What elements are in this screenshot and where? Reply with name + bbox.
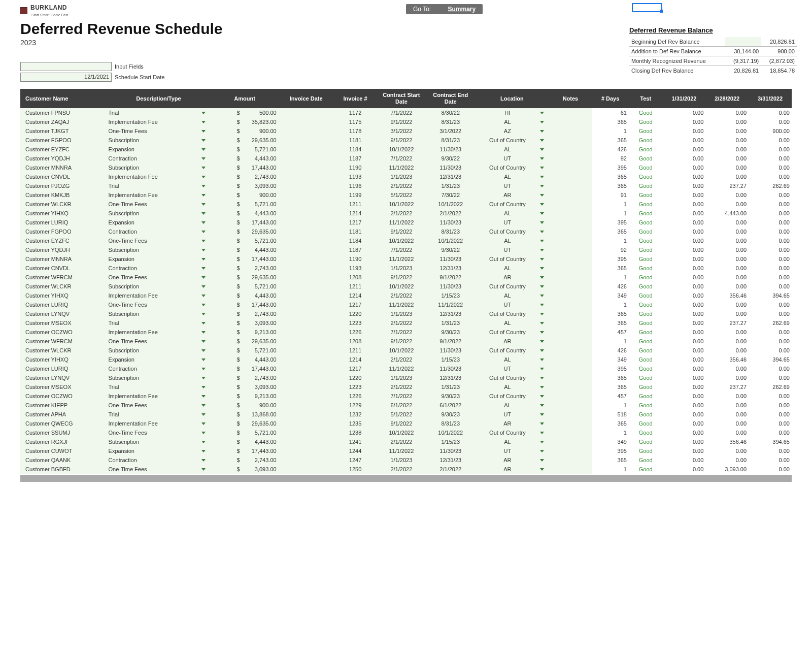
chevron-down-icon[interactable] — [201, 203, 206, 206]
chevron-down-icon[interactable] — [201, 121, 206, 123]
chevron-down-icon[interactable] — [201, 395, 206, 398]
cell-desc[interactable]: One-Time Fees — [107, 126, 211, 136]
chevron-down-icon[interactable] — [540, 167, 544, 169]
chevron-down-icon[interactable] — [540, 468, 544, 471]
chevron-down-icon[interactable] — [540, 221, 544, 224]
table-row[interactable]: Customer YQDJHSubscription$4,443.0011877… — [20, 245, 792, 254]
cell-location[interactable]: AR — [475, 337, 549, 346]
cell-location[interactable]: Out of Country — [475, 254, 549, 264]
cell-desc[interactable]: Trial — [107, 318, 211, 328]
schedule-start-date-input[interactable]: 12/1/2021 — [20, 73, 112, 82]
cell-location[interactable]: UT — [475, 154, 549, 163]
table-row[interactable]: Customer YIHXQImplementation Fee$4,443.0… — [20, 291, 792, 300]
cell-desc[interactable]: Implementation Fee — [107, 190, 211, 200]
table-row[interactable]: Customer WLCKRSubscription$5,721.0012111… — [20, 346, 792, 355]
cell-location[interactable]: AL — [475, 236, 549, 245]
table-row[interactable]: Customer WFRCMOne-Time Fees$29,635.00120… — [20, 337, 792, 346]
cell-location[interactable]: AL — [475, 145, 549, 154]
summary-link[interactable]: Summary — [448, 6, 476, 13]
cell-location[interactable]: AL — [475, 291, 549, 300]
chevron-down-icon[interactable] — [201, 368, 206, 370]
table-row[interactable]: Customer APHATrial$13,868.0012325/1/2022… — [20, 410, 792, 419]
cell-desc[interactable]: Expansion — [107, 218, 211, 227]
cell-desc[interactable]: Implementation Fee — [107, 419, 211, 428]
chevron-down-icon[interactable] — [201, 358, 206, 361]
table-row[interactable]: Customer FPNSUTrial$500.0011727/1/20228/… — [20, 108, 792, 117]
chevron-down-icon[interactable] — [201, 459, 206, 462]
chevron-down-icon[interactable] — [201, 139, 206, 142]
table-row[interactable]: Customer LURIQExpansion$17,443.00121711/… — [20, 218, 792, 227]
selected-cell-indicator[interactable] — [632, 3, 662, 12]
scrollbar-horizontal[interactable] — [20, 475, 792, 482]
cell-location[interactable]: AL — [475, 318, 549, 328]
chevron-down-icon[interactable] — [540, 112, 544, 114]
chevron-down-icon[interactable] — [201, 468, 206, 471]
cell-desc[interactable]: One-Time Fees — [107, 428, 211, 437]
chevron-down-icon[interactable] — [201, 185, 206, 187]
chevron-down-icon[interactable] — [201, 285, 206, 288]
table-row[interactable]: Customer WLCKROne-Time Fees$5,721.001211… — [20, 200, 792, 209]
table-row[interactable]: Customer EYZFCOne-Time Fees$5,721.001184… — [20, 236, 792, 245]
chevron-down-icon[interactable] — [201, 450, 206, 452]
chevron-down-icon[interactable] — [201, 249, 206, 251]
chevron-down-icon[interactable] — [201, 231, 206, 233]
chevron-down-icon[interactable] — [201, 258, 206, 260]
chevron-down-icon[interactable] — [540, 313, 544, 315]
chevron-down-icon[interactable] — [540, 249, 544, 251]
table-row[interactable]: Customer LURIQOne-Time Fees$17,443.00121… — [20, 300, 792, 309]
chevron-down-icon[interactable] — [540, 276, 544, 279]
chevron-down-icon[interactable] — [201, 112, 206, 114]
chevron-down-icon[interactable] — [540, 404, 544, 407]
chevron-down-icon[interactable] — [540, 450, 544, 452]
table-row[interactable]: Customer WLCKRSubscription$5,721.0012111… — [20, 282, 792, 291]
chevron-down-icon[interactable] — [540, 121, 544, 123]
chevron-down-icon[interactable] — [201, 267, 206, 270]
chevron-down-icon[interactable] — [540, 148, 544, 151]
cell-desc[interactable]: One-Time Fees — [107, 401, 211, 410]
chevron-down-icon[interactable] — [540, 285, 544, 288]
chevron-down-icon[interactable] — [540, 203, 544, 206]
cell-location[interactable]: Out of Country — [475, 309, 549, 318]
cell-desc[interactable]: Trial — [107, 181, 211, 190]
cell-desc[interactable]: Implementation Fee — [107, 291, 211, 300]
cell-desc[interactable]: One-Time Fees — [107, 337, 211, 346]
cell-location[interactable]: AL — [475, 264, 549, 273]
cell-desc[interactable]: Contraction — [107, 264, 211, 273]
cell-desc[interactable]: Implementation Fee — [107, 392, 211, 401]
cell-desc[interactable]: Subscription — [107, 163, 211, 172]
cell-desc[interactable]: Implementation Fee — [107, 172, 211, 181]
chevron-down-icon[interactable] — [201, 295, 206, 297]
cell-location[interactable]: AL — [475, 382, 549, 392]
table-row[interactable]: Customer MNNRAExpansion$17,443.00119011/… — [20, 254, 792, 264]
table-row[interactable]: Customer QWECGImplementation Fee$29,635.… — [20, 419, 792, 428]
table-row[interactable]: Customer MSEOXTrial$3,093.0012232/1/2022… — [20, 318, 792, 328]
cell-desc[interactable]: Trial — [107, 410, 211, 419]
cell-desc[interactable]: Contraction — [107, 154, 211, 163]
cell-location[interactable]: AZ — [475, 126, 549, 136]
chevron-down-icon[interactable] — [540, 240, 544, 242]
chevron-down-icon[interactable] — [201, 386, 206, 388]
chevron-down-icon[interactable] — [540, 267, 544, 270]
cell-desc[interactable]: One-Time Fees — [107, 300, 211, 309]
chevron-down-icon[interactable] — [540, 295, 544, 297]
chevron-down-icon[interactable] — [540, 130, 544, 133]
chevron-down-icon[interactable] — [540, 304, 544, 306]
chevron-down-icon[interactable] — [540, 231, 544, 233]
chevron-down-icon[interactable] — [540, 441, 544, 443]
cell-location[interactable]: AL — [475, 355, 549, 364]
table-row[interactable]: Customer PJOZGTrial$3,093.0011962/1/2022… — [20, 181, 792, 190]
cell-desc[interactable]: Trial — [107, 108, 211, 117]
chevron-down-icon[interactable] — [201, 157, 206, 160]
table-row[interactable]: Customer TJKGTOne-Time Fees$900.0011783/… — [20, 126, 792, 136]
chevron-down-icon[interactable] — [201, 130, 206, 133]
chevron-down-icon[interactable] — [540, 349, 544, 352]
cell-location[interactable]: AR — [475, 419, 549, 428]
cell-desc[interactable]: Subscription — [107, 309, 211, 318]
table-row[interactable]: Customer CNVDLImplementation Fee$2,743.0… — [20, 172, 792, 181]
table-row[interactable]: Customer LURIQContraction$17,443.0012171… — [20, 364, 792, 373]
cell-desc[interactable]: One-Time Fees — [107, 200, 211, 209]
cell-desc[interactable]: Subscription — [107, 209, 211, 218]
cell-location[interactable]: Out of Country — [475, 200, 549, 209]
table-row[interactable]: Customer RGXJISubscription$4,443.0012412… — [20, 437, 792, 446]
chevron-down-icon[interactable] — [201, 313, 206, 315]
